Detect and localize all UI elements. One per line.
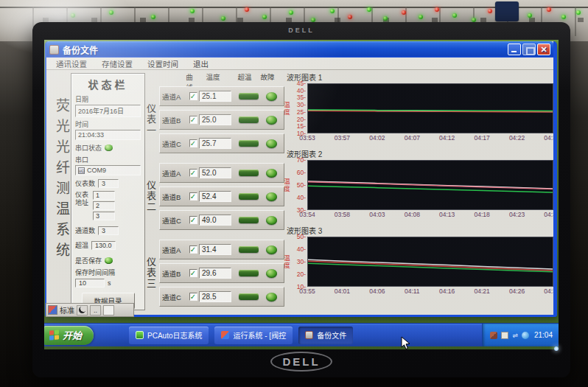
instrument-group-1: 仪表一 通道A 25.1 通道B	[147, 86, 287, 153]
overtemp-label: 超温	[75, 240, 88, 250]
curve-checkbox[interactable]	[189, 216, 197, 224]
channel-row: 通道A 31.4	[159, 240, 284, 259]
run-system-icon	[221, 331, 229, 339]
chart-ylabel: 温度	[282, 160, 290, 210]
chart-yticks: 45-40-35-30-25-20-15-10-	[290, 83, 307, 133]
date-value: 2016年7月16日	[75, 105, 141, 117]
window-titlebar[interactable]: 备份文件 ✕	[46, 41, 553, 57]
menu-comm-settings[interactable]: 通讯设置	[49, 57, 94, 70]
address-field-2[interactable]: 2	[93, 201, 115, 210]
status-panel-title: 状态栏	[75, 77, 141, 91]
status-panel: 状态栏 日期 2016年7月16日 时间 21:04:33 串口状态 串口	[71, 73, 145, 310]
curve-checkbox[interactable]	[189, 192, 197, 201]
instrument-count-field[interactable]: 3	[98, 179, 119, 188]
channel-label: 通道C	[162, 139, 187, 149]
menu-storage-settings[interactable]: 存储设置	[95, 57, 139, 70]
channel-count-field[interactable]: 3	[98, 226, 119, 235]
taskbar-item-run-system[interactable]: 运行系统 - [阀控	[214, 327, 293, 344]
desktop-wallpaper: 备份文件 ✕ 通讯设置 存储设置 设置时间 退出	[44, 40, 559, 349]
save-interval-field[interactable]: 10	[75, 279, 105, 287]
chart-xticks: 03:5403:5804:0304:0804:1304:1804:2304:31	[307, 211, 552, 218]
channel-label: 通道A	[162, 168, 187, 178]
serial-status-label: 串口状态	[75, 143, 102, 153]
temperature-value: 28.5	[199, 291, 231, 302]
minimize-button[interactable]	[508, 43, 521, 55]
monitor: DELL 备份文件 ✕ 通讯设置	[32, 22, 570, 377]
tray-language-icon[interactable]	[490, 332, 497, 339]
instrument-1-name: 仪表一	[147, 103, 158, 136]
serial-port-select[interactable]: I/O COM9	[75, 165, 141, 175]
start-label: 开始	[63, 328, 82, 342]
curve-checkbox[interactable]	[189, 169, 197, 177]
panel-led	[402, 10, 406, 15]
curve-checkbox[interactable]	[189, 116, 197, 124]
panel-led	[488, 9, 492, 13]
app-window: 备份文件 ✕ 通讯设置 存储设置 设置时间 退出	[45, 41, 557, 317]
overtemp-indicator	[239, 140, 259, 147]
tray-clock: 21:04	[534, 331, 553, 339]
panel-led	[190, 9, 195, 13]
ime-mode-label[interactable]: 标准	[60, 304, 74, 315]
tray-app-icon[interactable]	[501, 332, 508, 339]
save-interval-unit: s	[108, 279, 111, 287]
ime-icon[interactable]	[48, 305, 57, 315]
taskbar-item-log-system[interactable]: PCAuto日志系统	[129, 327, 209, 344]
chart-xticks: 03:5504:0104:0604:1104:1604:2104:2604:32	[307, 287, 552, 295]
channel-count-label: 通道数	[75, 226, 95, 235]
overtemp-indicator	[239, 217, 259, 223]
ime-punct-button[interactable]: ..	[90, 305, 101, 315]
panel-led	[289, 10, 293, 15]
close-button[interactable]: ✕	[537, 43, 550, 55]
chart-plot[interactable]	[307, 160, 553, 210]
time-value: 21:04:33	[75, 130, 141, 140]
panel-led	[452, 13, 457, 18]
curve-checkbox[interactable]	[189, 245, 197, 254]
chart-xticks: 03:5303:5704:0204:0704:1204:1704:2204:30	[307, 134, 552, 142]
panel-device	[495, 1, 519, 21]
fault-led	[266, 293, 277, 301]
channel-label: 通道B	[162, 268, 187, 279]
tray-usb-icon[interactable]: ⇌	[512, 332, 518, 339]
menubar: 通讯设置 存储设置 设置时间 退出	[46, 57, 553, 70]
monitor-power-led[interactable]	[554, 346, 559, 351]
menu-set-time[interactable]: 设置时间	[141, 57, 185, 70]
menu-exit[interactable]: 退出	[186, 57, 215, 70]
instrument-2-name: 仪表二	[147, 180, 158, 213]
ime-softkb-button[interactable]	[103, 305, 114, 315]
windows-flag-icon	[49, 330, 59, 340]
address-field-1[interactable]: 1	[93, 191, 115, 200]
ime-fullhalf-button[interactable]	[77, 305, 88, 315]
ime-language-bar[interactable]: 标准 ..	[46, 303, 134, 317]
taskbar-item-backup-file[interactable]: 备份文件	[298, 327, 353, 344]
overtemp-field[interactable]: 130.0	[91, 241, 116, 250]
instrument-group-2: 仪表二 通道A 52.0 通道B	[147, 163, 287, 230]
start-button[interactable]: 开始	[44, 326, 94, 345]
chart-ylabel: 温度	[282, 237, 290, 287]
tray-network-icon[interactable]	[522, 332, 529, 339]
backup-file-icon	[305, 331, 313, 339]
panel-led	[576, 10, 581, 15]
panel-led	[561, 15, 566, 19]
temperature-value: 31.4	[199, 244, 231, 255]
serial-status-led	[105, 144, 113, 151]
panel-led	[348, 15, 352, 19]
overtemp-indicator	[239, 116, 259, 123]
save-enabled-led	[105, 257, 113, 264]
curve-checkbox[interactable]	[189, 92, 197, 100]
save-interval-label: 保存时间间隔	[75, 268, 141, 277]
dell-logo-top: DELL	[32, 27, 570, 34]
address-field-3[interactable]: 3	[93, 212, 115, 220]
maximize-button[interactable]	[522, 43, 536, 55]
temperature-value: 29.6	[199, 268, 231, 279]
chart-plot[interactable]	[307, 83, 553, 133]
dell-logo-bottom: DELL	[32, 352, 570, 372]
chart-title: 波形图表 1	[287, 72, 553, 83]
curve-checkbox[interactable]	[189, 293, 197, 301]
date-label: 日期	[75, 94, 141, 104]
channel-row: 通道C 25.7	[159, 133, 284, 153]
curve-checkbox[interactable]	[189, 269, 197, 277]
channel-row: 通道B 52.4	[159, 186, 284, 206]
curve-checkbox[interactable]	[189, 139, 197, 147]
panel-led	[528, 13, 532, 18]
chart-plot[interactable]	[307, 237, 553, 287]
